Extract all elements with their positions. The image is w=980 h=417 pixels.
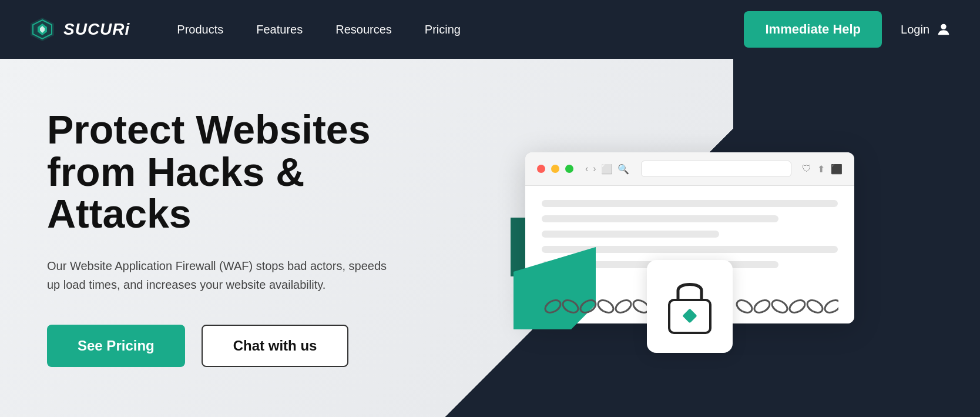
chain-left (541, 289, 647, 324)
logo-icon (28, 15, 56, 44)
svg-point-16 (823, 298, 838, 315)
svg-point-2 (941, 24, 946, 29)
expand-icon: ⬛ (831, 164, 843, 175)
search-icon: 🔍 (617, 164, 629, 175)
content-line-3 (542, 231, 719, 238)
login-label: Login (901, 23, 929, 36)
tabs-icon: ⬜ (601, 164, 613, 175)
hero-buttons: See Pricing Chat with us (47, 325, 447, 367)
browser-bar: ‹ › ⬜ 🔍 🛡 ⬆ ⬛ (525, 152, 854, 186)
svg-point-4 (561, 298, 580, 315)
lock-svg (663, 274, 716, 339)
svg-point-15 (805, 298, 824, 315)
lock-chain-overlay (541, 260, 838, 353)
content-line-1 (542, 200, 838, 207)
svg-point-14 (787, 298, 807, 315)
chain-left-svg (541, 289, 647, 324)
nav-resources[interactable]: Resources (335, 23, 392, 36)
dot-yellow (551, 165, 559, 173)
browser-nav-icons: ‹ › ⬜ 🔍 (585, 164, 629, 175)
hero-title: Protect Websites from Hacks & Attacks (47, 109, 447, 235)
share-icon: ⬆ (817, 164, 825, 175)
navbar: SUCURi Products Features Resources Prici… (0, 0, 980, 59)
hero-subtitle: Our Website Application Firewall (WAF) s… (47, 256, 388, 294)
immediate-help-button[interactable]: Immediate Help (744, 11, 882, 48)
logo-text: SUCURi (63, 20, 130, 39)
nav-features[interactable]: Features (256, 23, 303, 36)
dot-red (537, 165, 545, 173)
lock-badge (647, 260, 733, 353)
svg-point-5 (578, 298, 598, 315)
svg-point-8 (631, 298, 647, 315)
svg-point-6 (596, 298, 615, 315)
nav-pricing[interactable]: Pricing (425, 23, 461, 36)
browser-mockup: ‹ › ⬜ 🔍 🛡 ⬆ ⬛ (525, 152, 854, 323)
nav-right: Immediate Help Login (744, 11, 952, 48)
chain-right-svg (733, 289, 838, 324)
login-area[interactable]: Login (901, 21, 952, 38)
content-line-2 (542, 215, 778, 222)
see-pricing-button[interactable]: See Pricing (47, 325, 185, 367)
svg-point-13 (770, 298, 789, 315)
hero-illustration: ‹ › ⬜ 🔍 🛡 ⬆ ⬛ (470, 152, 933, 323)
dot-green (565, 165, 573, 173)
svg-point-11 (734, 298, 754, 315)
shield-icon: 🛡 (802, 164, 811, 175)
svg-point-3 (543, 298, 562, 315)
browser-wrapper: ‹ › ⬜ 🔍 🛡 ⬆ ⬛ (525, 152, 878, 323)
logo[interactable]: SUCURi (28, 15, 130, 44)
hero-section: Protect Websites from Hacks & Attacks Ou… (0, 59, 980, 417)
chain-right (733, 289, 838, 324)
svg-point-7 (613, 298, 633, 315)
forward-icon: › (593, 164, 596, 175)
back-icon: ‹ (585, 164, 588, 175)
chat-with-us-button[interactable]: Chat with us (202, 325, 349, 367)
hero-content: Protect Websites from Hacks & Attacks Ou… (47, 109, 447, 366)
svg-point-12 (752, 298, 771, 315)
nav-products[interactable]: Products (177, 23, 223, 36)
nav-links: Products Features Resources Pricing (177, 23, 744, 36)
browser-actions: 🛡 ⬆ ⬛ (802, 164, 843, 175)
user-icon (935, 21, 952, 38)
address-bar (641, 161, 791, 177)
